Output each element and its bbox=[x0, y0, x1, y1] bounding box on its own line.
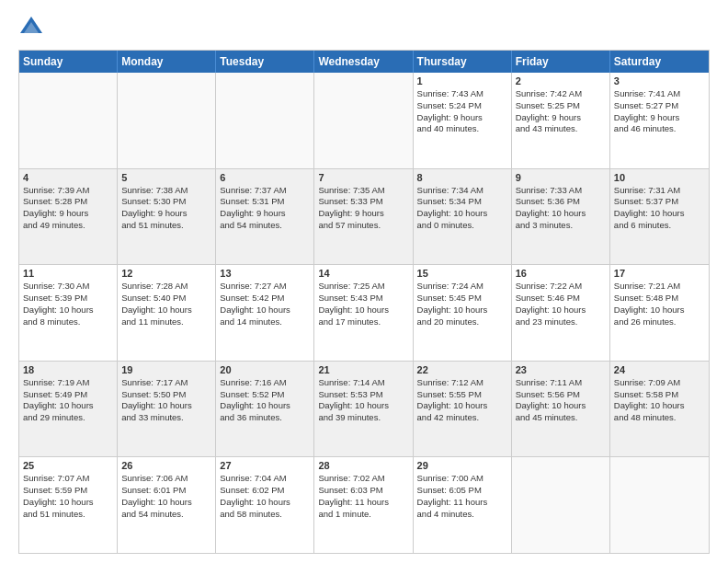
cell-line: Sunrise: 7:30 AM bbox=[23, 281, 113, 293]
cell-line: Sunrise: 7:41 AM bbox=[614, 88, 705, 100]
cell-line: and 40 minutes. bbox=[417, 123, 507, 135]
calendar-cell: 1Sunrise: 7:43 AMSunset: 5:24 PMDaylight… bbox=[414, 73, 512, 168]
cell-line: Sunrise: 7:39 AM bbox=[23, 185, 113, 197]
header-day-friday: Friday bbox=[512, 51, 610, 73]
day-number: 13 bbox=[220, 268, 310, 279]
cell-line: and 4 minutes. bbox=[417, 509, 507, 521]
cell-line: Sunset: 5:33 PM bbox=[318, 196, 408, 208]
calendar-cell: 28Sunrise: 7:02 AMSunset: 6:03 PMDayligh… bbox=[314, 457, 413, 553]
calendar-cell: 20Sunrise: 7:16 AMSunset: 5:52 PMDayligh… bbox=[216, 362, 314, 457]
day-number: 8 bbox=[417, 172, 507, 183]
cell-line: Sunrise: 7:04 AM bbox=[220, 473, 310, 485]
header-day-wednesday: Wednesday bbox=[314, 51, 413, 73]
day-number: 15 bbox=[417, 268, 507, 279]
calendar: SundayMondayTuesdayWednesdayThursdayFrid… bbox=[18, 50, 710, 554]
cell-line: and 29 minutes. bbox=[23, 412, 113, 424]
day-number: 22 bbox=[417, 364, 507, 375]
day-number: 12 bbox=[121, 268, 211, 279]
day-number: 4 bbox=[23, 172, 113, 183]
header-day-monday: Monday bbox=[118, 51, 216, 73]
calendar-cell: 9Sunrise: 7:33 AMSunset: 5:36 PMDaylight… bbox=[512, 169, 610, 265]
day-number: 10 bbox=[614, 172, 705, 183]
cell-line: and 49 minutes. bbox=[23, 220, 113, 232]
cell-line: Sunrise: 7:06 AM bbox=[121, 473, 211, 485]
cell-line: Daylight: 10 hours bbox=[220, 400, 310, 412]
cell-line: Sunrise: 7:02 AM bbox=[318, 473, 408, 485]
cell-line: Sunset: 5:45 PM bbox=[417, 293, 507, 304]
header-day-thursday: Thursday bbox=[414, 51, 512, 73]
calendar-cell: 19Sunrise: 7:17 AMSunset: 5:50 PMDayligh… bbox=[118, 362, 216, 457]
cell-line: Daylight: 10 hours bbox=[516, 208, 606, 220]
cell-line: Daylight: 9 hours bbox=[417, 112, 507, 124]
cell-line: and 0 minutes. bbox=[417, 220, 507, 232]
cell-line: Sunset: 5:30 PM bbox=[121, 196, 211, 208]
cell-line: Sunrise: 7:34 AM bbox=[417, 185, 507, 197]
day-number: 18 bbox=[23, 364, 113, 375]
cell-line: Daylight: 10 hours bbox=[516, 400, 606, 412]
cell-line: and 48 minutes. bbox=[614, 412, 705, 424]
cell-line: and 3 minutes. bbox=[516, 220, 606, 232]
day-number: 7 bbox=[318, 172, 408, 183]
cell-line: Sunrise: 7:27 AM bbox=[220, 281, 310, 293]
cell-line: Sunset: 5:34 PM bbox=[417, 196, 507, 208]
cell-line: Daylight: 10 hours bbox=[23, 400, 113, 412]
cell-line: Daylight: 9 hours bbox=[23, 208, 113, 220]
calendar-body: 1Sunrise: 7:43 AMSunset: 5:24 PMDaylight… bbox=[19, 73, 709, 553]
calendar-header: SundayMondayTuesdayWednesdayThursdayFrid… bbox=[19, 51, 709, 73]
cell-line: Sunrise: 7:28 AM bbox=[121, 281, 211, 293]
calendar-cell bbox=[314, 73, 413, 168]
cell-line: Sunrise: 7:42 AM bbox=[516, 88, 606, 100]
calendar-cell: 21Sunrise: 7:14 AMSunset: 5:53 PMDayligh… bbox=[314, 362, 413, 457]
calendar-row: 1Sunrise: 7:43 AMSunset: 5:24 PMDaylight… bbox=[19, 73, 709, 169]
cell-line: and 36 minutes. bbox=[220, 412, 310, 424]
cell-line: Sunrise: 7:35 AM bbox=[318, 185, 408, 197]
day-number: 17 bbox=[614, 268, 705, 279]
day-number: 24 bbox=[614, 364, 705, 375]
cell-line: Daylight: 9 hours bbox=[318, 208, 408, 220]
day-number: 23 bbox=[516, 364, 606, 375]
calendar-cell: 10Sunrise: 7:31 AMSunset: 5:37 PMDayligh… bbox=[610, 169, 709, 265]
cell-line: Daylight: 10 hours bbox=[516, 304, 606, 316]
cell-line: Sunrise: 7:31 AM bbox=[614, 185, 705, 197]
cell-line: Daylight: 9 hours bbox=[614, 112, 705, 124]
day-number: 2 bbox=[516, 75, 606, 86]
cell-line: Daylight: 10 hours bbox=[121, 497, 211, 509]
cell-line: Daylight: 9 hours bbox=[516, 112, 606, 124]
cell-line: and 33 minutes. bbox=[121, 412, 211, 424]
cell-line: Sunset: 5:24 PM bbox=[417, 100, 507, 112]
cell-line: Sunrise: 7:14 AM bbox=[318, 377, 408, 389]
cell-line: Sunrise: 7:00 AM bbox=[417, 473, 507, 485]
cell-line: Sunset: 5:52 PM bbox=[220, 389, 310, 401]
calendar-cell: 14Sunrise: 7:25 AMSunset: 5:43 PMDayligh… bbox=[314, 265, 413, 361]
cell-line: Daylight: 11 hours bbox=[417, 497, 507, 509]
day-number: 27 bbox=[220, 460, 310, 471]
calendar-cell bbox=[118, 73, 216, 168]
day-number: 11 bbox=[23, 268, 113, 279]
day-number: 1 bbox=[417, 75, 507, 86]
cell-line: Sunset: 5:27 PM bbox=[614, 100, 705, 112]
cell-line: Sunset: 5:58 PM bbox=[614, 389, 705, 401]
cell-line: and 23 minutes. bbox=[516, 316, 606, 328]
cell-line: Sunrise: 7:11 AM bbox=[516, 377, 606, 389]
calendar-cell: 8Sunrise: 7:34 AMSunset: 5:34 PMDaylight… bbox=[414, 169, 512, 265]
calendar-row: 4Sunrise: 7:39 AMSunset: 5:28 PMDaylight… bbox=[19, 169, 709, 266]
calendar-cell: 26Sunrise: 7:06 AMSunset: 6:01 PMDayligh… bbox=[118, 457, 216, 553]
cell-line: and 26 minutes. bbox=[614, 316, 705, 328]
cell-line: Sunset: 5:40 PM bbox=[121, 293, 211, 304]
cell-line: Daylight: 10 hours bbox=[318, 400, 408, 412]
calendar-row: 25Sunrise: 7:07 AMSunset: 5:59 PMDayligh… bbox=[19, 457, 709, 553]
cell-line: and 54 minutes. bbox=[121, 509, 211, 521]
day-number: 21 bbox=[318, 364, 408, 375]
header-day-sunday: Sunday bbox=[19, 51, 118, 73]
cell-line: Sunset: 5:49 PM bbox=[23, 389, 113, 401]
cell-line: Sunset: 6:03 PM bbox=[318, 485, 408, 497]
cell-line: Sunrise: 7:38 AM bbox=[121, 185, 211, 197]
day-number: 19 bbox=[121, 364, 211, 375]
cell-line: and 17 minutes. bbox=[318, 316, 408, 328]
cell-line: Daylight: 10 hours bbox=[614, 400, 705, 412]
calendar-cell: 27Sunrise: 7:04 AMSunset: 6:02 PMDayligh… bbox=[216, 457, 314, 553]
cell-line: Sunset: 5:37 PM bbox=[614, 196, 705, 208]
cell-line: Daylight: 9 hours bbox=[220, 208, 310, 220]
cell-line: Sunset: 5:31 PM bbox=[220, 196, 310, 208]
day-number: 9 bbox=[516, 172, 606, 183]
